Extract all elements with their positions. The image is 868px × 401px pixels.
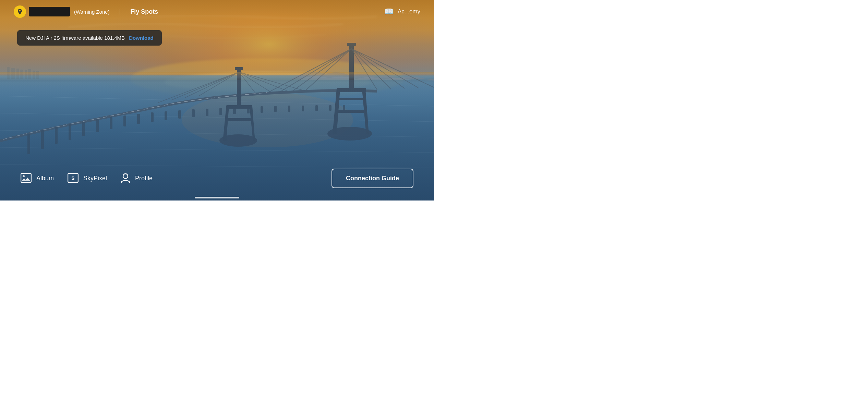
academy-label[interactable]: Ac...emy (398, 8, 420, 15)
location-badge[interactable]: (Warning Zone) (14, 5, 110, 18)
bottom-actions: Album S SkyPixel Profile (21, 173, 331, 184)
profile-button[interactable]: Profile (121, 173, 166, 184)
header-right: 📖 Ac...emy (384, 7, 420, 16)
location-icon (14, 5, 26, 18)
home-indicator (195, 197, 239, 198)
profile-icon (121, 173, 130, 184)
book-icon: 📖 (384, 7, 394, 16)
album-icon (21, 173, 32, 184)
album-button[interactable]: Album (21, 173, 68, 184)
firmware-message: New DJI Air 2S firmware available 181.4M… (25, 35, 125, 41)
svg-text:S: S (71, 175, 74, 181)
profile-label: Profile (135, 175, 153, 182)
skypixel-label: SkyPixel (83, 175, 107, 182)
header-left: (Warning Zone) | Fly Spots (14, 5, 158, 18)
fly-spots-label[interactable]: Fly Spots (130, 8, 158, 15)
svg-point-76 (123, 174, 128, 179)
header: (Warning Zone) | Fly Spots 📖 Ac...emy (0, 0, 434, 23)
warning-zone-text: (Warning Zone) (74, 9, 110, 15)
svg-rect-72 (21, 173, 31, 182)
header-divider: | (119, 8, 121, 15)
firmware-banner: New DJI Air 2S firmware available 181.4M… (17, 30, 162, 46)
download-button[interactable]: Download (129, 35, 154, 41)
connection-guide-button[interactable]: Connection Guide (331, 169, 413, 188)
skypixel-button[interactable]: S SkyPixel (68, 173, 121, 184)
svg-point-73 (23, 175, 25, 177)
bottom-bar: Album S SkyPixel Profile Connectio (0, 163, 434, 200)
album-label: Album (36, 175, 54, 182)
skypixel-icon: S (68, 173, 79, 184)
location-redacted (29, 7, 70, 16)
